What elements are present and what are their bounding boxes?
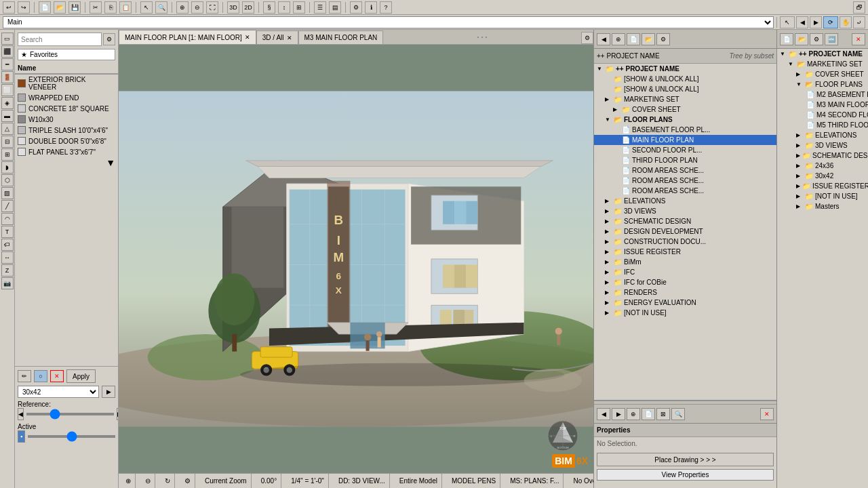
tree-room-areas-3[interactable]: 📄 ROOM AREAS SCHE... (594, 186, 776, 196)
combo-arrow-btn[interactable]: ▶ (102, 386, 115, 398)
subset-not-in-use[interactable]: ▶ 📁 [NOT IN USE] (777, 191, 868, 201)
props-btn-3[interactable]: ⊕ (627, 408, 640, 420)
subset-m2[interactable]: 📄 M2 BASEMENT FLO... (777, 89, 868, 100)
nav-btn-4[interactable]: 📂 (642, 33, 655, 45)
next-view-btn[interactable]: ▶ (810, 16, 822, 28)
window-tool[interactable]: ⬜ (1, 84, 14, 96)
nav-cube[interactable]: TOP BOTTOM L R (546, 419, 580, 453)
tree-elevations[interactable]: ▶ 📁 ELEVATIONS (594, 196, 776, 206)
search-input[interactable] (18, 33, 102, 46)
list-item[interactable]: DOUBLE DOOR 5'0"x6'8" (15, 136, 118, 146)
tree-3d-views[interactable]: ▶ 📁 3D VIEWS (594, 206, 776, 216)
dim-tool[interactable]: ↔ (1, 251, 14, 264)
subset-btn-4[interactable]: 🔤 (825, 33, 838, 45)
pencil-btn[interactable]: ✏ (18, 370, 31, 382)
tree-energy[interactable]: ▶ 📁 ENERGY EVALUATION (594, 298, 776, 308)
subset-root[interactable]: ▼ 📁 ++ PROJECT NAME (777, 49, 868, 59)
tree-schematic[interactable]: ▶ 📁 SCHEMATIC DESIGN (594, 216, 776, 226)
tree-design-dev[interactable]: ▶ 📁 DESIGN DEVELOPMENT (594, 226, 776, 237)
active-slider[interactable] (28, 435, 115, 438)
prev-view-btn[interactable]: ◀ (796, 16, 808, 28)
settings-btn[interactable]: ⚙ (350, 1, 362, 14)
find-btn[interactable]: 🔍 (155, 1, 167, 14)
object-tool[interactable]: ◈ (1, 97, 14, 109)
undo-btn[interactable]: ↩ (3, 1, 15, 14)
tab-close-1[interactable]: ✕ (245, 34, 250, 41)
list-item[interactable]: TRIPLE SLASH 10'0"x4'6" (15, 125, 118, 136)
zoom-in-btn[interactable]: ⊕ (176, 1, 189, 14)
ref-dec-btn[interactable]: ◀ (18, 408, 24, 420)
size-combo[interactable]: 30x42 24x36 (18, 386, 99, 398)
subset-elevations[interactable]: ▶ 📁 ELEVATIONS (777, 130, 868, 140)
tree-marketing-set[interactable]: ▶ 📁 MARKETING SET (594, 94, 776, 104)
subset-30x42[interactable]: ▶ 📁 30x42 (777, 171, 868, 181)
new-btn[interactable]: 📄 (39, 1, 51, 14)
subset-issue[interactable]: ▶ 📁 ISSUE REGISTER (777, 181, 868, 191)
label-tool[interactable]: 🏷 (1, 239, 14, 251)
pan-btn[interactable]: ✋ (840, 16, 852, 28)
ref-inc-btn[interactable]: ▶ (117, 408, 118, 420)
fill-tool[interactable]: ▨ (1, 187, 14, 199)
tree-construction[interactable]: ▶ 📁 CONSTRUCTION DOCU... (594, 237, 776, 247)
subset-m5[interactable]: 📄 M5 THIRD FLOOR PL... (777, 120, 868, 130)
subset-schematic[interactable]: ▶ 📁 SCHEMATIC DESIGN (777, 150, 868, 161)
nav-btn-1[interactable]: ◀ (597, 33, 610, 45)
reference-slider[interactable] (26, 413, 114, 415)
status-view-mode[interactable]: DD: 3D VIEW... (334, 474, 390, 488)
nav-btn-3[interactable]: 📄 (627, 33, 640, 45)
active-color-btn[interactable]: ▪ (18, 430, 25, 443)
morph-tool[interactable]: ⬡ (1, 174, 14, 186)
zone-tool[interactable]: Z (1, 264, 14, 277)
subset-btn-3[interactable]: ⚙ (810, 33, 823, 45)
subset-btn-2[interactable]: 📂 (795, 33, 808, 45)
text-tool[interactable]: T (1, 226, 14, 238)
elevation-btn[interactable]: ↕ (278, 1, 290, 14)
sync-btn[interactable]: ⟳ (823, 16, 838, 28)
status-rotate[interactable]: ↻ (161, 474, 175, 488)
list-item[interactable]: EXTERIOR BRICK VENEER (15, 75, 118, 92)
tab-main-floor-plan[interactable]: MAIN FLOOR PLAN [1: MAIN FLOOR] ✕ (119, 30, 256, 44)
tree-cover-sheet[interactable]: ▶ 📁 COVER SHEET (594, 104, 776, 115)
zoom-out-btn[interactable]: ⊖ (191, 1, 203, 14)
nav-btn-5[interactable]: ⚙ (656, 33, 670, 45)
tree-not-in-use[interactable]: ▶ 📁 [NOT IN USE] (594, 308, 776, 318)
rotate3d-btn[interactable]: ⤾ (853, 16, 865, 28)
tree-basement-fp[interactable]: 📄 BASEMENT FLOOR PL... (594, 125, 776, 135)
search-settings-btn[interactable]: ⚙ (103, 33, 115, 45)
slab-tool[interactable]: ▬ (1, 110, 14, 122)
status-pen-set[interactable]: MODEL PENS (448, 474, 500, 488)
subset-m4[interactable]: 📄 M4 SECOND FLOOR... (777, 110, 868, 120)
roof-tool[interactable]: △ (1, 123, 14, 135)
save-btn[interactable]: 💾 (68, 1, 81, 14)
list-item[interactable]: WRAPPED END (15, 92, 118, 103)
wall-tool[interactable]: ▭ (1, 33, 14, 45)
view-canvas[interactable]: B I M 6 X (119, 45, 593, 473)
open-btn[interactable]: 📂 (54, 1, 66, 14)
arrow-tool[interactable]: ↖ (780, 16, 795, 28)
subset-3d[interactable]: ▶ 📁 3D VIEWS (777, 140, 868, 150)
status-model[interactable]: Entire Model (395, 474, 442, 488)
section-btn[interactable]: § (263, 1, 275, 14)
tree-renders[interactable]: ▶ 📁 RENDERS (594, 287, 776, 298)
tree-ifc-cobie[interactable]: ▶ 📁 IFC for COBie (594, 277, 776, 287)
subset-m3[interactable]: 📄 M3 MAIN FLOOR PL... (777, 100, 868, 110)
help-btn[interactable]: ? (380, 1, 392, 14)
subset-marketing[interactable]: ▼ 📂 MARKETING SET (777, 59, 868, 69)
props-btn-4[interactable]: 📄 (642, 408, 655, 420)
props-btn-1[interactable]: ◀ (597, 408, 610, 420)
cut-btn[interactable]: ✂ (90, 1, 102, 14)
3d-btn[interactable]: 3D (227, 1, 239, 14)
status-settings[interactable]: ⚙ (180, 474, 195, 488)
column-tool[interactable]: ⬛ (1, 45, 14, 58)
tree-ifc[interactable]: ▶ 📁 IFC (594, 267, 776, 277)
door-tool[interactable]: 🚪 (1, 71, 14, 83)
subset-masters[interactable]: ▶ 📁 Masters (777, 201, 868, 211)
status-zoom-out[interactable]: ⊖ (141, 474, 155, 488)
cancel-btn[interactable]: ✕ (50, 370, 64, 382)
list-item[interactable]: CONCRETE 18" SQUARE (15, 103, 118, 114)
circle-btn[interactable]: ○ (34, 370, 47, 382)
status-zoom-in[interactable]: ⊕ (121, 474, 136, 488)
2d-btn[interactable]: 2D (242, 1, 254, 14)
tree-show-unlock-1[interactable]: 📁 [SHOW & UNLOCK ALL] (594, 74, 776, 84)
paste-btn[interactable]: 📋 (119, 1, 132, 14)
